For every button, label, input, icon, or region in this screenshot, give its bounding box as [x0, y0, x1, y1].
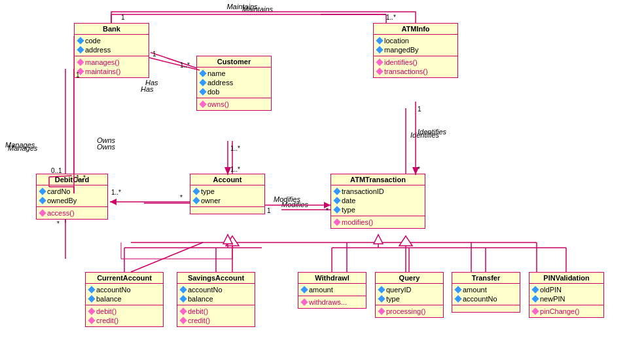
class-query-header: Query — [376, 273, 443, 284]
class-query-methods: processing() — [376, 305, 443, 317]
class-transfer-methods — [452, 305, 520, 312]
class-debitcard-header: DebitCard — [37, 174, 107, 185]
class-savingsaccount: SavingsAccount accountNo balance debit()… — [177, 272, 255, 327]
class-customer-header: Customer — [197, 56, 271, 68]
svg-text:*: * — [326, 207, 329, 214]
svg-line-30 — [149, 58, 200, 70]
svg-marker-63 — [223, 235, 232, 244]
class-transfer: Transfer amount accountNo — [452, 272, 520, 313]
svg-text:1..*: 1..* — [230, 145, 240, 152]
svg-line-0 — [151, 52, 203, 70]
svg-text:1: 1 — [152, 50, 156, 58]
class-atmtransaction-header: ATMTransaction — [331, 174, 425, 185]
class-withdrawal: Withdrawl amount withdraws... — [298, 272, 367, 309]
class-withdrawal-attrs: amount — [298, 284, 366, 296]
class-debitcard: DebitCard cardNo ownedBy access() — [36, 174, 108, 220]
class-atmtransaction: ATMTransaction transactionID date type m… — [331, 174, 425, 229]
class-bank-header: Bank — [75, 24, 149, 35]
class-pinvalidation-methods: pinChange() — [529, 305, 603, 317]
class-transfer-header: Transfer — [452, 273, 520, 284]
svg-text:*: * — [418, 166, 420, 173]
svg-text:1..*: 1..* — [180, 62, 190, 69]
svg-marker-21 — [399, 236, 412, 246]
class-atminfo-attrs: location mangedBy — [374, 35, 457, 56]
class-savingsaccount-header: SavingsAccount — [177, 273, 255, 284]
class-atmtransaction-methods: modifies() — [331, 216, 425, 228]
class-bank-attrs: code address — [75, 35, 149, 56]
class-account: Account type owner — [190, 174, 265, 214]
class-atmtransaction-attrs: transactionID date type — [331, 185, 425, 216]
label-modifies: Modifies — [281, 201, 308, 208]
class-customer-attrs: name address dob — [197, 68, 271, 98]
class-currentaccount-header: CurrentAccount — [86, 273, 163, 284]
svg-text:1: 1 — [267, 207, 271, 214]
class-atminfo: ATMInfo location mangedBy identifies() t… — [373, 23, 458, 78]
class-savingsaccount-methods: debit() credit() — [177, 305, 255, 326]
label-manages: Manages — [8, 144, 37, 152]
label-maintains: Maintains — [242, 5, 273, 13]
class-atminfo-header: ATMInfo — [374, 24, 457, 35]
class-customer-methods: owns() — [197, 98, 271, 110]
class-pinvalidation: PINValidation oldPIN newPIN pinChange() — [529, 272, 604, 318]
class-withdrawal-methods: withdraws... — [298, 296, 366, 308]
class-transfer-attrs: amount accountNo — [452, 284, 520, 305]
class-pinvalidation-attrs: oldPIN newPIN — [529, 284, 603, 305]
svg-line-13 — [131, 242, 203, 272]
class-bank: Bank code address manages() maintains() — [74, 23, 149, 78]
class-debitcard-attrs: cardNo ownedBy — [37, 185, 107, 207]
class-currentaccount: CurrentAccount accountNo balance debit()… — [85, 272, 164, 327]
class-withdrawal-header: Withdrawl — [298, 273, 366, 284]
class-customer: Customer name address dob owns() — [196, 56, 272, 111]
svg-marker-53 — [324, 202, 331, 208]
class-query: Query queryID type processing() — [375, 272, 444, 318]
class-atminfo-methods: identifies() transactions() — [374, 56, 457, 77]
label-owns: Owns — [97, 143, 115, 151]
class-debitcard-methods: access() — [37, 207, 107, 219]
svg-text:1: 1 — [418, 106, 421, 113]
mult-debitcard-bottom: * — [57, 220, 60, 227]
class-pinvalidation-header: PINValidation — [529, 273, 603, 284]
svg-text:1..*: 1..* — [111, 189, 121, 196]
class-account-attrs: type owner — [190, 185, 264, 207]
svg-text:1..*: 1..* — [230, 166, 240, 173]
class-savingsaccount-attrs: accountNo balance — [177, 284, 255, 305]
class-bank-methods: manages() maintains() — [75, 56, 149, 77]
class-currentaccount-attrs: accountNo balance — [86, 284, 163, 305]
class-account-methods — [190, 207, 264, 214]
svg-marker-68 — [374, 235, 383, 244]
svg-text:1..*: 1..* — [386, 14, 396, 21]
svg-text:*: * — [180, 194, 183, 201]
diagram-container: Maintains Manages Has Owns Modifies Iden… — [0, 0, 644, 348]
svg-text:1: 1 — [121, 14, 125, 21]
svg-marker-20 — [226, 236, 239, 246]
svg-marker-49 — [110, 199, 116, 205]
class-currentaccount-methods: debit() credit() — [86, 305, 163, 326]
class-query-attrs: queryID type — [376, 284, 443, 305]
label-identifies: Identifies — [410, 131, 439, 139]
label-has: Has — [141, 85, 154, 93]
class-account-header: Account — [190, 174, 264, 185]
